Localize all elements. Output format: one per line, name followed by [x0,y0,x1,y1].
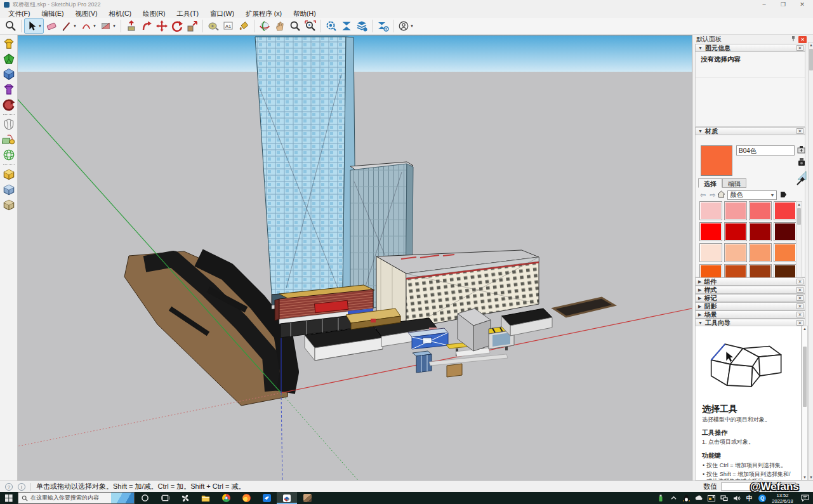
scroll-down-icon[interactable]: ▼ [802,475,807,479]
cortana-icon[interactable] [135,492,155,504]
orbit-tool-icon[interactable] [257,18,272,34]
styles-header[interactable]: ▶ 样式 ✕ [695,286,805,294]
rectangle-tool-icon[interactable]: ▼ [98,18,118,34]
cloud-icon[interactable] [692,492,705,504]
shadows-close-icon[interactable]: ✕ [796,303,803,309]
thunder-app-icon[interactable] [256,492,277,504]
arc-tool-icon[interactable]: ▼ [79,18,98,34]
scenes-close-icon[interactable]: ✕ [796,312,803,317]
screenshot-tool-icon[interactable] [705,492,718,504]
sketchup-taskbar-icon[interactable] [277,492,297,504]
taskbar-search-box[interactable]: 在这里输入你要搜索的内容 [18,492,135,504]
avatar-app-icon[interactable] [297,492,317,504]
material-name-field[interactable]: B04色 [736,145,795,156]
top-view-icon[interactable] [1,36,17,51]
secondary-pane-icon[interactable] [797,157,805,165]
create-material-icon[interactable] [797,145,805,154]
color-swatch[interactable] [749,243,772,262]
qq-penguin-icon[interactable] [680,492,692,504]
follow-me-tool-icon[interactable] [139,18,154,34]
info-icon[interactable]: i [18,483,25,491]
collection-dropdown[interactable]: 颜色 ▼ [727,190,777,200]
menu-help[interactable]: 帮助(H) [288,9,322,18]
color-swatch[interactable] [774,201,796,220]
entity-info-header[interactable]: ▼ 图元信息 ✕ [695,44,805,52]
scroll-up-icon[interactable]: ▲ [809,43,813,47]
chrome-icon[interactable] [216,492,236,504]
move-tool-icon[interactable] [154,18,169,34]
entity-info-close-icon[interactable]: ✕ [796,45,803,51]
color-swatch[interactable] [699,201,722,220]
color-swatch[interactable] [699,243,722,262]
network-icon[interactable] [718,492,730,504]
eraser-tool-icon[interactable] [44,18,59,34]
file-explorer-icon[interactable] [195,492,216,504]
start-button[interactable] [0,492,18,504]
instructor-scrollbar[interactable]: ▲ ▼ [802,326,808,481]
zoom-extents-tool-icon[interactable] [303,18,318,34]
shadows-header[interactable]: ▶ 阴影 ✕ [695,302,805,310]
taskbar-clock[interactable]: 13:52 2022/6/18 [769,493,796,504]
home-icon[interactable] [717,190,725,199]
color-swatch[interactable] [774,222,796,241]
text-tool-icon[interactable]: A1 [221,18,236,34]
line-tool-icon[interactable]: ▼ [59,18,79,34]
shaded-style-icon[interactable] [1,167,17,182]
wireframe-style-icon[interactable] [1,117,17,132]
components-close-icon[interactable]: ✕ [796,279,803,284]
menu-camera[interactable]: 相机(C) [103,9,137,18]
restore-button[interactable]: ❐ [774,0,793,9]
paint-bucket-tool-icon[interactable] [236,18,251,34]
pan-tool-icon[interactable] [272,18,288,34]
volume-icon[interactable] [730,492,743,504]
menu-edit[interactable]: 编辑(E) [36,9,69,18]
rotate-view-icon[interactable] [1,97,17,112]
3d-viewport[interactable] [18,35,692,481]
menu-view[interactable]: 视图(V) [69,9,103,18]
scroll-up-icon[interactable]: ▲ [796,202,802,206]
qq-app-icon[interactable]: Q [756,492,769,504]
firefox-icon[interactable] [236,492,256,504]
tape-measure-tool-icon[interactable] [206,18,221,34]
task-view-icon[interactable] [155,492,175,504]
tags-close-icon[interactable]: ✕ [796,295,803,301]
materials-header[interactable]: ▼ 材质 ✕ [695,127,805,135]
account-icon[interactable]: ▼ [396,18,416,34]
color-swatch[interactable] [749,222,772,241]
scenes-header[interactable]: ▶ 场景 ✕ [695,310,805,319]
fan-app-icon[interactable] [175,492,195,504]
select-tool-icon[interactable]: ▼ [24,18,44,34]
details-arrow-icon[interactable] [779,190,788,200]
rotate-tool-icon[interactable] [169,18,185,34]
geolocation-icon[interactable]: ? [5,483,13,491]
back-view-icon[interactable] [1,82,17,97]
panel-close-icon[interactable]: ✕ [798,36,807,43]
plugin-merge-icon[interactable] [339,18,354,34]
minimize-button[interactable]: – [755,0,774,9]
forward-arrow-icon[interactable]: ⇨ [710,191,715,199]
shaded-textured-style-icon[interactable] [1,182,17,197]
usb-icon[interactable] [654,492,667,504]
color-swatch[interactable] [724,201,747,220]
ime-indicator[interactable]: 中 [743,492,756,504]
swatch-scrollbar[interactable]: ▲ ▼ [796,201,802,286]
hidden-line-style-icon[interactable] [1,147,17,162]
color-swatch[interactable] [749,201,772,220]
pin-icon[interactable] [791,36,796,43]
components-header[interactable]: ▶ 组件 ✕ [695,277,805,286]
panel-scrollbar[interactable]: ▲ ▼ [808,42,813,481]
close-button[interactable]: ✕ [793,0,812,9]
menu-extensions[interactable]: 扩展程序 (x) [240,9,288,18]
color-swatch[interactable] [774,243,796,262]
front-view-icon[interactable] [1,67,17,82]
menu-window[interactable]: 窗口(W) [204,9,240,18]
back-arrow-icon[interactable]: ⇦ [700,191,706,199]
zoom-window-tool-icon[interactable] [288,18,303,34]
instructor-close-icon[interactable]: ✕ [796,320,803,326]
menu-draw[interactable]: 绘图(R) [137,9,171,18]
search-highlight-image[interactable] [111,493,134,503]
tray-expand-icon[interactable] [667,492,680,504]
scroll-up-icon[interactable]: ▲ [802,327,807,331]
monochrome-style-icon[interactable] [1,197,17,213]
color-swatch[interactable] [724,243,747,262]
